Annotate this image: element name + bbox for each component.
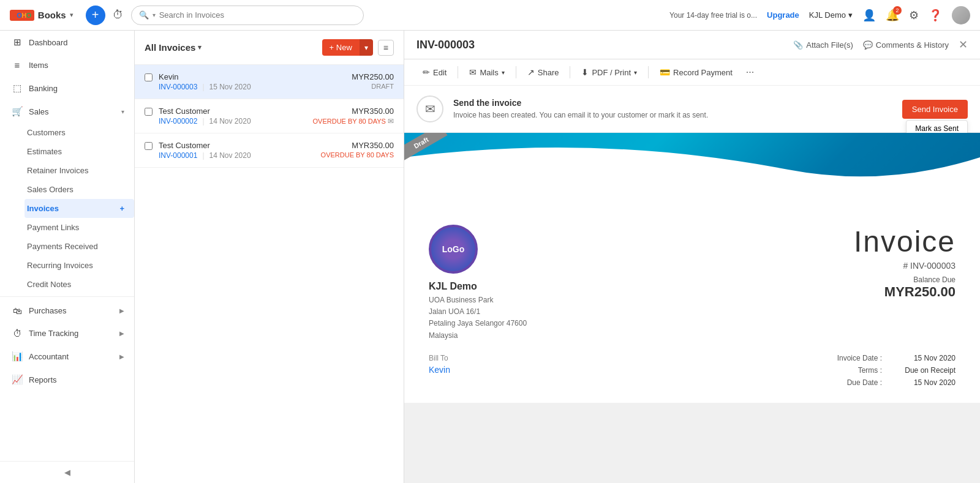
list-header: All Invoices ▾ + New ▾ ≡	[135, 31, 404, 65]
sidebar-item-purchases[interactable]: 🛍 Purchases ▶	[0, 299, 134, 322]
sales-caret-icon: ▾	[121, 108, 124, 115]
sidebar-item-payments-received[interactable]: Payments Received	[27, 237, 134, 256]
send-banner-description: Invoice has been created. You can email …	[453, 110, 892, 121]
invoice-checkbox[interactable]	[145, 142, 153, 150]
close-detail-button[interactable]: ✕	[959, 38, 968, 51]
notifications-icon[interactable]: 🔔 2	[886, 9, 899, 22]
pdf-print-caret-icon: ▾	[634, 69, 637, 76]
search-caret[interactable]: ▾	[153, 12, 156, 18]
list-menu-button[interactable]: ≡	[378, 40, 394, 56]
list-title[interactable]: All Invoices ▾	[145, 42, 202, 53]
invoice-amount: MYR250.00	[352, 72, 394, 81]
accountant-caret-icon: ▶	[119, 353, 124, 360]
sidebar-item-accountant[interactable]: 📊 Accountant ▶	[0, 345, 134, 368]
history-button[interactable]: ⏱	[113, 9, 124, 21]
edit-icon: ✏	[423, 67, 430, 77]
invoice-number[interactable]: INV-000002	[159, 117, 197, 125]
more-actions-button[interactable]: ···	[741, 64, 759, 80]
pdf-print-button[interactable]: ⬇ PDF / Print ▾	[575, 64, 643, 80]
sidebar-item-credit-notes[interactable]: Credit Notes	[27, 275, 134, 294]
app-logo[interactable]: ZOHO Books ▾	[10, 10, 74, 21]
help-icon[interactable]: ❓	[929, 9, 942, 22]
search-input[interactable]	[159, 10, 356, 20]
invoice-bill-section: Bill To Kevin Invoice Date : 15 Nov 2020…	[429, 354, 956, 391]
terms-label: Terms :	[858, 366, 882, 375]
invoice-amount: MYR350.00	[313, 107, 394, 116]
record-payment-label: Record Payment	[673, 68, 733, 77]
purchases-caret-icon: ▶	[119, 307, 124, 314]
invoice-checkbox[interactable]	[145, 73, 153, 81]
invoice-customer: Test Customer	[159, 141, 315, 150]
invoice-big-title: Invoice	[854, 225, 956, 258]
bill-to-section: Bill To Kevin	[429, 354, 450, 391]
upgrade-link[interactable]: Upgrade	[767, 10, 799, 20]
invoice-top: LoGo KJL Demo UOA Business Park Jalan UO…	[429, 225, 956, 342]
invoice-dates: Invoice Date : 15 Nov 2020 Terms : Due o…	[837, 354, 956, 391]
topnav-right-area: Your 14-day free trial is o... Upgrade K…	[669, 6, 970, 24]
sidebar-item-retainer-invoices[interactable]: Retainer Invoices	[27, 161, 134, 180]
invoice-checkbox[interactable]	[145, 108, 153, 116]
sidebar-item-items[interactable]: ≡ Items	[0, 54, 134, 77]
app-dropdown-caret[interactable]: ▾	[70, 11, 74, 19]
record-payment-button[interactable]: 💳 Record Payment	[654, 64, 739, 80]
sidebar-item-invoices[interactable]: Invoices +	[24, 199, 134, 218]
sidebar-collapse-button[interactable]: ◀	[0, 461, 134, 483]
list-title-caret-icon[interactable]: ▾	[198, 43, 202, 51]
invoice-body: LoGo KJL Demo UOA Business Park Jalan UO…	[404, 212, 980, 403]
send-invoice-button[interactable]: Send Invoice	[902, 100, 968, 119]
table-row[interactable]: Test Customer INV-000002 | 14 Nov 2020 M…	[135, 99, 404, 133]
sidebar-item-banking[interactable]: ⬚ Banking	[0, 77, 134, 100]
table-row[interactable]: Kevin INV-000003 | 15 Nov 2020 MYR250.00…	[135, 65, 404, 99]
sidebar-item-label: Accountant	[29, 352, 113, 361]
balance-label: Balance Due	[854, 275, 956, 284]
new-invoice-button[interactable]: + New	[322, 39, 360, 56]
sidebar-item-dashboard[interactable]: ⊞ Dashboard	[0, 31, 134, 54]
payments-received-label: Payments Received	[27, 242, 98, 251]
bill-to-label: Bill To	[429, 354, 450, 362]
detail-content: ✉ Send the invoice Invoice has been crea…	[404, 86, 980, 483]
edit-label: Edit	[433, 68, 447, 77]
table-row[interactable]: Test Customer INV-000001 | 14 Nov 2020 M…	[135, 133, 404, 168]
recurring-invoices-label: Recurring Invoices	[27, 261, 93, 270]
sidebar-item-recurring-invoices[interactable]: Recurring Invoices	[27, 256, 134, 275]
invoice-number[interactable]: INV-000001	[159, 151, 197, 160]
contacts-icon[interactable]: 👤	[862, 9, 876, 22]
settings-icon[interactable]: ⚙	[909, 9, 919, 22]
send-banner-title: Send the invoice	[453, 98, 892, 108]
org-selector[interactable]: KJL Demo ▾	[809, 10, 853, 20]
company-info: KJL Demo UOA Business Park Jalan UOA 16/…	[429, 281, 527, 342]
invoice-right: MYR350.00 OVERDUE BY 80 DAYS	[321, 141, 394, 159]
sidebar-item-sales[interactable]: 🛒 Sales ▾	[0, 100, 134, 123]
company-name: KJL Demo	[429, 281, 527, 292]
invoice-detail-title: INV-000003	[417, 39, 475, 51]
trial-text: Your 14-day free trial is o...	[669, 11, 757, 20]
attach-files-button[interactable]: 📎 Attach File(s)	[793, 40, 853, 50]
new-invoice-dropdown-button[interactable]: ▾	[360, 39, 373, 56]
sidebar-item-estimates[interactable]: Estimates	[27, 142, 134, 161]
sidebar-item-time-tracking[interactable]: ⏱ Time Tracking ▶	[0, 322, 134, 345]
payment-icon: 💳	[660, 67, 670, 77]
sidebar-item-reports[interactable]: 📈 Reports	[0, 368, 134, 391]
sidebar-item-sales-orders[interactable]: Sales Orders	[27, 180, 134, 199]
invoice-number[interactable]: INV-000003	[159, 83, 197, 91]
org-name: KJL Demo	[809, 10, 846, 20]
list-actions: + New ▾ ≡	[322, 39, 394, 56]
retainer-invoices-label: Retainer Invoices	[27, 166, 88, 175]
comments-history-button[interactable]: 💬 Comments & History	[863, 40, 949, 50]
terms-row: Terms : Due on Receipt	[837, 366, 956, 375]
mails-button[interactable]: ✉ Mails ▾	[463, 64, 510, 80]
avatar[interactable]	[952, 6, 970, 24]
sidebar-item-customers[interactable]: Customers	[27, 123, 134, 142]
sidebar-item-label: Reports	[29, 375, 124, 384]
invoice-date-value: 15 Nov 2020	[894, 354, 956, 362]
sidebar: ⊞ Dashboard ≡ Items ⬚ Banking 🛒 Sales ▾ …	[0, 31, 135, 483]
search-bar[interactable]: 🔍 ▾	[131, 6, 364, 25]
invoices-add-icon[interactable]: +	[119, 204, 124, 213]
global-create-button[interactable]: +	[86, 6, 105, 25]
bill-to-name[interactable]: Kevin	[429, 365, 450, 375]
sidebar-item-payment-links[interactable]: Payment Links	[27, 218, 134, 237]
share-button[interactable]: ↗ Share	[521, 64, 565, 80]
due-date-value: 15 Nov 2020	[894, 378, 956, 387]
sales-submenu: Customers Estimates Retainer Invoices Sa…	[0, 123, 134, 294]
edit-button[interactable]: ✏ Edit	[417, 64, 453, 80]
